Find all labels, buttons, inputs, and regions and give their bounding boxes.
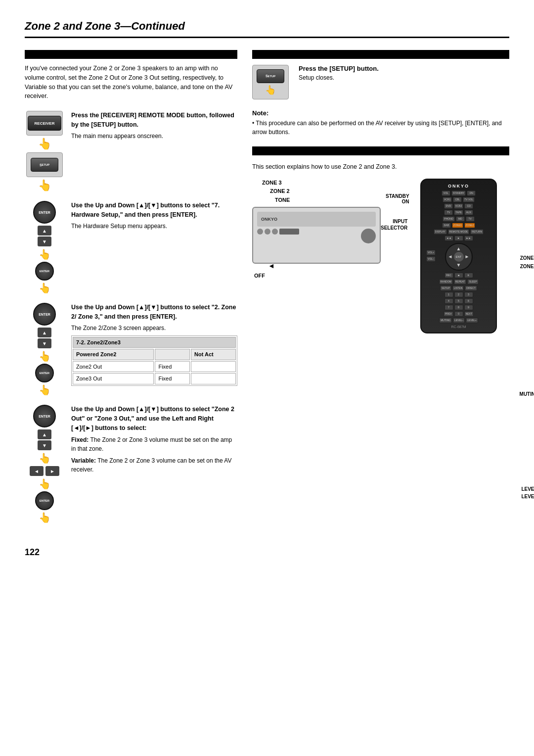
enter-btn-6: ENTER — [35, 491, 54, 510]
step-3-sub: The Zone 2/Zone 3 screen appears. — [71, 324, 237, 332]
hand-point-1: 👆 — [38, 138, 51, 150]
page-title: Zone 2 and Zone 3—Continued — [25, 20, 509, 38]
step-1-text: Press the [RECEIVER] REMOTE MODE button,… — [71, 111, 237, 141]
arrow-btns-3: ▲ ▼ — [37, 429, 52, 451]
rbtn-random: RANDOM — [439, 279, 453, 284]
standby-label: STANDBY ON — [386, 193, 409, 204]
note-title: Note: — [252, 109, 509, 117]
arrow-btns-1: ▲ ▼ — [37, 225, 52, 247]
step-3-instruction: Use the Up and Down [▲]/[▼] buttons to s… — [71, 303, 237, 322]
left-arrow: ◄ — [30, 466, 44, 476]
step-3-text: Use the Up and Down [▲]/[▼] buttons to s… — [71, 303, 237, 386]
muting-right-label: MUTING — [520, 391, 534, 397]
remote-row-14: 7 8 9 — [424, 305, 493, 310]
note-block: Note: • This procedure can also be perfo… — [252, 109, 509, 137]
nav-circle: ▲ ▼ ◄ ► ENT — [445, 243, 473, 271]
rbtn-vcr2: VCR2 — [454, 203, 463, 209]
remote-row-1: VOL STANDBY ON — [424, 190, 493, 196]
setup-btn-2: SETUP — [257, 69, 284, 83]
table-cell-zone2out: Zone2 Out — [73, 361, 154, 373]
rbtn-3: 3 — [464, 292, 473, 297]
remote-row-5: PHONO MD TV — [424, 216, 493, 222]
enter-btn-3: ENTER — [33, 303, 56, 326]
rbtn-prev: PREV — [444, 311, 453, 317]
intro-text: If you've connected your Zone 2 or Zone … — [25, 64, 237, 101]
up-arrow-3: ▲ — [38, 429, 51, 439]
remote-row-8: ◄◄ ► ►► — [424, 236, 493, 241]
step-3: ENTER ▲ ▼ 👆 ENTER 👆 Use the Up and Down … — [25, 303, 237, 396]
rbtn-tv2: TV — [444, 210, 453, 215]
table-header-1: Powered Zone2 — [73, 349, 154, 360]
input-selector-label: INPUTSELECTOR — [381, 218, 407, 231]
step-4-fixed: Fixed: The Zone 2 or Zone 3 volume must … — [71, 435, 237, 453]
setup-sub: Setup closes. — [299, 74, 379, 81]
off-label: OFF — [254, 273, 400, 279]
down-arrow-1: ▼ — [38, 236, 51, 246]
rbtn-vol-dn: VOL– — [426, 256, 436, 262]
rbtn-pause: ⏸ — [464, 273, 473, 278]
remote-row-7: DISPLAY REMOTE MODE RETURN — [424, 229, 493, 235]
table-header-2 — [155, 349, 190, 360]
rbtn-aux: AUX — [464, 210, 473, 215]
setup-close-block: SETUP 👆 Press the [SETUP] button. Setup … — [252, 65, 509, 99]
hand-7: 👆 — [39, 452, 51, 464]
enter-btn-5: ENTER — [33, 405, 56, 427]
table-cell-zone3out: Zone3 Out — [73, 373, 154, 384]
table-cell-empty2 — [191, 373, 236, 384]
step-4-images: ENTER ▲ ▼ 👆 ◄ ► 👆 ENTER 👆 — [25, 405, 64, 523]
rbtn-next: NEXT — [464, 311, 474, 317]
receiver-button-img: RECEIVER — [26, 111, 63, 136]
remote-model: RC-687M — [424, 325, 493, 329]
note-text: • This procedure can also be performed o… — [252, 119, 509, 137]
setup-close-text: Press the [SETUP] button. Setup closes. — [299, 65, 379, 81]
variable-label: Variable: — [71, 457, 96, 464]
table-cell-fixed1: Fixed — [155, 361, 190, 373]
receiver-btn-graphic: RECEIVER — [28, 116, 61, 131]
rbtn-5: 5 — [454, 298, 463, 304]
rbtn-9: 9 — [464, 305, 473, 310]
rbtn-md: MD — [456, 216, 465, 222]
receiver-controls — [257, 229, 376, 243]
level-right-label: LEVEL–, LEVEL+ — [521, 485, 534, 500]
step-2-images: ENTER ▲ ▼ 👆 ENTER 👆 — [25, 201, 64, 294]
hand-5: 👆 — [39, 350, 51, 362]
step-1-images: RECEIVER 👆 SETUP 👆 — [25, 111, 64, 192]
remote-row-3: DVD VCR2 CD — [424, 203, 493, 209]
step-4-instruction: Use the Up and Down [▲]/[▼] buttons to s… — [71, 405, 237, 432]
knob-2 — [265, 229, 270, 235]
rbtn-play: ► — [454, 236, 463, 241]
remote-row-9: REC ■ ⏸ — [424, 273, 493, 278]
zone3-label-diag: ZONE 3 — [262, 179, 400, 188]
remote-body: ONKYO VOL STANDBY ON VCR1 CBL TV VOL DVD — [420, 179, 497, 333]
step-4-variable: Variable: The Zone 2 or Zone 3 volume ca… — [71, 456, 237, 474]
rbtn-sleep: SLEEP — [467, 279, 478, 284]
remote-row-12: 1 2 3 — [424, 292, 493, 297]
right-arrow: ► — [45, 466, 59, 476]
enter-btn-2: ENTER — [35, 262, 54, 281]
rbtn-display: DISPLAY — [434, 229, 447, 235]
rbtn-ff: ►► — [464, 236, 473, 241]
table-header-3: Not Act — [191, 349, 236, 360]
rbtn-zone2: ZONE2 — [464, 223, 476, 228]
rbtn-remote-mode: REMOTE MODE — [448, 229, 470, 235]
enter-btn-4: ENTER — [35, 364, 54, 382]
down-arrow-2: ▼ — [38, 338, 51, 348]
remote-row-13: 4 5 6 — [424, 298, 493, 304]
rbtn-2: 2 — [454, 292, 463, 297]
rbtn-cd: CD — [464, 203, 473, 209]
rbtn-dvd: DVD — [444, 203, 453, 209]
rbtn-1: 1 — [445, 292, 453, 297]
zone2-right-label: ZONE2 — [520, 264, 534, 269]
rbtn-on: ON — [467, 190, 476, 196]
remote-row-6: DAB ZONE3 ZONE2 — [424, 223, 493, 228]
hand-3: 👆 — [39, 248, 51, 260]
remote-row-2: VCR1 CBL TV VOL — [424, 197, 493, 202]
rbtn-rec: REC — [445, 273, 453, 278]
rbtn-rew: ◄◄ — [445, 236, 453, 241]
zone-table: 7-2. Zone2/Zone3 Powered Zone2 Not Act Z… — [71, 335, 237, 386]
knob-1 — [257, 229, 263, 235]
rbtn-vol: VOL — [442, 190, 450, 196]
rbtn-8: 8 — [454, 305, 463, 310]
remote-row-16: MUTING LEVEL– LEVEL+ — [424, 318, 493, 323]
rbtn-listen: LISTEN — [452, 285, 464, 291]
